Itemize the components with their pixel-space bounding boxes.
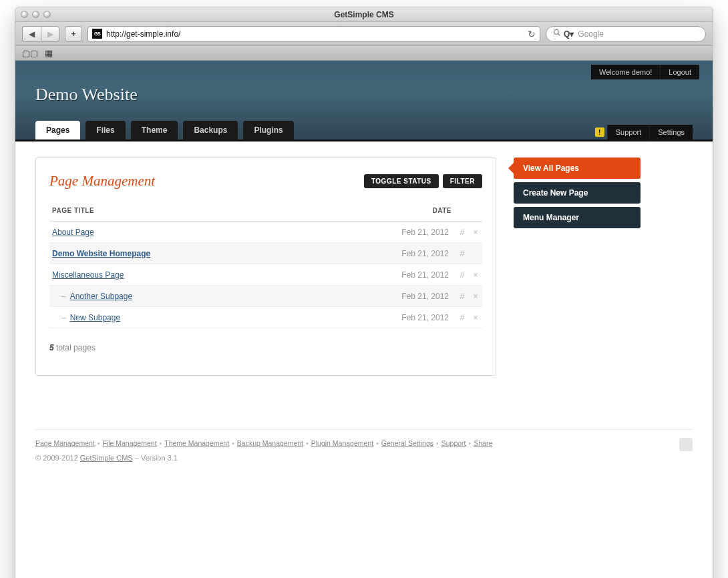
footer-link[interactable]: Plugin Management: [311, 439, 373, 447]
reload-icon[interactable]: ↻: [528, 29, 536, 39]
footer-links: Page Management•File Management•Theme Ma…: [35, 439, 693, 447]
reading-list-icon[interactable]: ▢▢: [22, 48, 38, 58]
summary-text: total pages: [54, 343, 96, 352]
hash-icon[interactable]: #: [456, 307, 469, 328]
browser-toolbar: ◀ ▶ + GS http://get-simple.info/ ↻ Q▾ Go…: [15, 22, 713, 46]
tab-theme[interactable]: Theme: [131, 121, 178, 139]
search-provider-prefix: Q▾: [564, 29, 574, 39]
favicon-icon: GS: [92, 29, 102, 39]
top-sites-icon[interactable]: ▦: [45, 48, 53, 58]
search-bar[interactable]: Q▾ Google: [546, 26, 706, 42]
summary: 5 total pages: [49, 343, 482, 352]
page-link[interactable]: Demo Website Homepage: [52, 249, 150, 258]
summary-count: 5: [49, 343, 54, 352]
filter-button[interactable]: FILTER: [443, 174, 482, 188]
tab-backups[interactable]: Backups: [183, 121, 238, 139]
footer-link[interactable]: Support: [441, 439, 466, 447]
hash-icon[interactable]: #: [456, 286, 469, 307]
viewport: Welcome demo! Logout Demo Website Pages …: [15, 61, 713, 578]
pages-table: PAGE TITLE DATE About PageFeb 21, 2012#×…: [49, 202, 482, 328]
bookmark-bar: ▢▢ ▦: [15, 46, 713, 61]
forward-button[interactable]: ▶: [41, 26, 59, 42]
page-date: Feb 21, 2012: [312, 286, 456, 307]
page-date: Feb 21, 2012: [312, 222, 456, 243]
product-link[interactable]: GetSimple CMS: [80, 454, 133, 462]
table-row: About PageFeb 21, 2012#×: [49, 222, 482, 243]
footer-link[interactable]: Theme Management: [164, 439, 229, 447]
user-nav: Welcome demo! Logout: [15, 61, 713, 79]
page-link[interactable]: Another Subpage: [70, 292, 132, 301]
back-button[interactable]: ◀: [22, 26, 41, 42]
tab-pages[interactable]: Pages: [35, 121, 80, 139]
gs-badge-icon: [679, 438, 693, 451]
footer: Page Management•File Management•Theme Ma…: [35, 429, 693, 479]
alert-icon[interactable]: !: [595, 127, 604, 137]
footer-link[interactable]: File Management: [102, 439, 156, 447]
tab-plugins[interactable]: Plugins: [243, 121, 293, 139]
toggle-status-button[interactable]: TOGGLE STATUS: [364, 174, 439, 188]
sidebar-create-new-page[interactable]: Create New Page: [514, 182, 641, 204]
svg-line-1: [558, 34, 560, 36]
footer-link[interactable]: General Settings: [381, 439, 433, 447]
delete-icon[interactable]: ×: [469, 307, 482, 328]
page-link[interactable]: About Page: [52, 228, 94, 237]
settings-link[interactable]: Settings: [649, 125, 693, 139]
main-tabs: Pages Files Theme Backups Plugins ! Supp…: [15, 118, 713, 139]
table-row: Demo Website HomepageFeb 21, 2012#: [49, 243, 482, 264]
tab-files[interactable]: Files: [85, 121, 125, 139]
copyright: © 2009-2012 GetSimple CMS – Version 3.1: [35, 454, 693, 462]
page-link[interactable]: New Subpage: [70, 313, 120, 322]
main-panel: Page Management TOGGLE STATUS FILTER PAG…: [35, 158, 496, 376]
page-link[interactable]: Miscellaneous Page: [52, 270, 124, 280]
footer-link[interactable]: Backup Management: [237, 439, 303, 447]
titlebar: GetSimple CMS: [15, 7, 713, 22]
search-icon: [553, 29, 561, 39]
support-link[interactable]: Support: [607, 125, 650, 139]
sidebar-view-all-pages[interactable]: View All Pages: [514, 158, 641, 179]
sidebar: View All Pages Create New Page Menu Mana…: [514, 158, 641, 232]
app-header: Welcome demo! Logout Demo Website Pages …: [15, 61, 713, 139]
footer-link[interactable]: Share: [474, 439, 492, 447]
zoom-icon[interactable]: [43, 11, 51, 18]
table-row: Miscellaneous PageFeb 21, 2012#×: [49, 264, 482, 286]
delete-icon[interactable]: ×: [469, 264, 482, 286]
logout-link[interactable]: Logout: [660, 65, 699, 79]
delete-icon[interactable]: ×: [469, 286, 482, 307]
minimize-icon[interactable]: [32, 11, 39, 18]
panel-title: Page Management: [49, 173, 155, 190]
window-title: GetSimple CMS: [15, 10, 713, 19]
hash-icon[interactable]: #: [456, 264, 469, 286]
col-page-title: PAGE TITLE: [49, 202, 312, 222]
close-icon[interactable]: [21, 11, 28, 18]
table-row: –Another SubpageFeb 21, 2012#×: [49, 286, 482, 307]
add-bookmark-button[interactable]: +: [65, 26, 82, 42]
search-placeholder: Google: [578, 29, 604, 39]
page-date: Feb 21, 2012: [312, 264, 456, 286]
url-bar[interactable]: GS http://get-simple.info/ ↻: [87, 26, 540, 42]
site-title: Demo Website: [15, 79, 713, 118]
traffic-lights: [21, 11, 51, 18]
delete-icon[interactable]: ×: [469, 222, 482, 243]
svg-point-0: [554, 30, 559, 35]
col-date: DATE: [312, 202, 456, 222]
welcome-link[interactable]: Welcome demo!: [591, 65, 660, 79]
browser-window: GetSimple CMS ◀ ▶ + GS http://get-simple…: [15, 7, 713, 578]
hash-icon[interactable]: #: [456, 243, 469, 264]
page-date: Feb 21, 2012: [312, 243, 456, 264]
footer-link[interactable]: Page Management: [35, 439, 95, 447]
page-date: Feb 21, 2012: [312, 307, 456, 328]
sidebar-menu-manager[interactable]: Menu Manager: [514, 207, 641, 228]
hash-icon[interactable]: #: [456, 222, 469, 243]
url-text: http://get-simple.info/: [106, 29, 180, 39]
delete-icon: [469, 243, 482, 264]
table-row: –New SubpageFeb 21, 2012#×: [49, 307, 482, 328]
